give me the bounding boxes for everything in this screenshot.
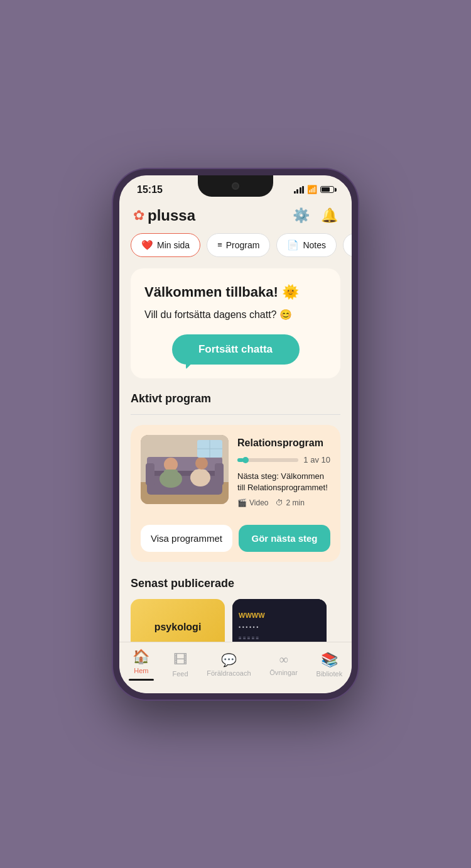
progress-row: 1 av 10 — [237, 455, 330, 464]
logo-text: plussa — [148, 207, 195, 224]
nav-label-bibliotek: Bibliotek — [317, 670, 343, 678]
tab-notes[interactable]: 📄 Notes — [276, 233, 337, 257]
signal-icon — [294, 186, 305, 194]
next-step: Nästa steg: Välkommen till Relationsprog… — [237, 471, 330, 493]
svg-rect-17 — [232, 599, 327, 641]
phone-frame: 15:15 📶 ✿ — [113, 169, 358, 700]
app-header: ✿ plussa ⚙️ 🔔 — [119, 201, 352, 233]
nav-label-hem: Hem — [134, 667, 148, 674]
nav-label-ovningar: Övningar — [269, 669, 298, 676]
nav-item-bibliotek[interactable]: 📚 Bibliotek — [317, 652, 343, 678]
step-duration: ⏱ 2 min — [276, 498, 304, 507]
battery-icon — [320, 186, 334, 193]
svg-point-9 — [164, 458, 178, 471]
latest-section-title: Senast publicerade — [119, 577, 352, 599]
logo: ✿ plussa — [133, 207, 195, 224]
nav-item-feed[interactable]: 🎞 Feed — [173, 652, 188, 678]
video-icon: 🎬 — [237, 498, 247, 507]
view-program-button[interactable]: Visa programmet — [141, 525, 232, 552]
section-divider — [131, 414, 340, 415]
tab-sparade[interactable]: 🔖 Sparade — [343, 233, 352, 257]
clock-icon: ⏱ — [276, 498, 283, 507]
tab-min-sida[interactable]: ❤️ Min sida — [131, 233, 200, 257]
home-icon: 🏠 — [133, 649, 149, 665]
nav-item-hem[interactable]: 🏠 Hem — [129, 649, 154, 681]
step-meta: 🎬 Video ⏱ 2 min — [237, 498, 330, 507]
notes-icon: 📄 — [287, 239, 299, 251]
coach-icon: 💬 — [221, 652, 237, 667]
next-step-button[interactable]: Gör nästa steg — [239, 525, 330, 552]
latest-card-1[interactable]: psykologi — [131, 599, 225, 641]
svg-rect-10 — [164, 470, 178, 481]
svg-point-12 — [195, 457, 208, 470]
exercises-icon: ∞ — [279, 652, 288, 667]
program-card: Relationsprogram 1 av 10 Nästa steg: Väl… — [131, 425, 340, 562]
list-icon: ≡ — [217, 240, 222, 250]
tab-program[interactable]: ≡ Program — [207, 233, 270, 257]
progress-bar — [237, 458, 298, 462]
latest-card-2[interactable]: WWWW • • • • • • ≡ ≡ ≡ ≡ ≡ — [232, 599, 327, 641]
battery-fill — [322, 187, 330, 192]
scroll-content: ✿ plussa ⚙️ 🔔 ❤️ Min sida ≡ Program — [119, 201, 352, 642]
program-card-actions: Visa programmet Gör nästa steg — [131, 517, 340, 562]
program-card-top: Relationsprogram 1 av 10 Nästa steg: Väl… — [131, 425, 340, 517]
tab-program-label: Program — [226, 240, 260, 250]
svg-text:• • • • • •: • • • • • • — [239, 624, 258, 630]
library-icon: 📚 — [321, 652, 338, 668]
program-name: Relationsprogram — [237, 437, 330, 449]
nav-indicator — [129, 679, 154, 681]
svg-rect-6 — [146, 463, 154, 485]
nav-label-feed: Feed — [173, 670, 188, 678]
svg-text:≡ ≡ ≡ ≡ ≡: ≡ ≡ ≡ ≡ ≡ — [239, 635, 259, 641]
feed-icon: 🎞 — [173, 652, 187, 668]
heart-icon: ❤️ — [141, 239, 153, 251]
program-image — [141, 435, 229, 504]
svg-rect-13 — [194, 470, 207, 480]
svg-text:WWWW: WWWW — [239, 612, 265, 619]
program-info: Relationsprogram 1 av 10 Nästa steg: Väl… — [237, 435, 330, 507]
latest-section: psykologi WWWW • • • • • • ≡ ≡ ≡ ≡ ≡ — [119, 599, 352, 641]
notch-camera — [232, 182, 239, 190]
nav-item-foraldracoach[interactable]: 💬 Föräldracoach — [207, 652, 251, 677]
status-bar: 15:15 📶 — [119, 175, 352, 201]
nav-label-foraldracoach: Föräldracoach — [207, 669, 251, 677]
notch — [198, 175, 273, 197]
status-time: 15:15 — [137, 184, 163, 195]
progress-dot — [242, 457, 249, 463]
svg-rect-5 — [147, 457, 222, 471]
header-icons: ⚙️ 🔔 — [293, 207, 338, 224]
tab-min-sida-label: Min sida — [157, 240, 190, 250]
tab-notes-label: Notes — [303, 240, 326, 250]
settings-icon[interactable]: ⚙️ — [293, 207, 310, 224]
active-program-title: Aktivt program — [119, 392, 352, 414]
step-type: 🎬 Video — [237, 498, 268, 507]
nav-item-ovningar[interactable]: ∞ Övningar — [269, 652, 298, 676]
logo-flower-icon: ✿ — [133, 207, 144, 224]
latest-card-1-text: psykologi — [148, 615, 208, 639]
status-icons: 📶 — [294, 185, 335, 194]
welcome-title: Välkommen tillbaka! 🌞 — [144, 283, 327, 302]
latest-cards: psykologi WWWW • • • • • • ≡ ≡ ≡ ≡ ≡ — [131, 599, 340, 641]
svg-rect-7 — [215, 463, 224, 485]
wifi-icon: 📶 — [307, 185, 317, 194]
welcome-card: Välkommen tillbaka! 🌞 Vill du fortsätta … — [131, 268, 340, 379]
progress-text: 1 av 10 — [303, 455, 330, 464]
nav-tabs: ❤️ Min sida ≡ Program 📄 Notes 🔖 Sparade — [119, 233, 352, 268]
bottom-nav: 🏠 Hem 🎞 Feed 💬 Föräldracoach ∞ Övningar … — [119, 642, 352, 693]
notifications-icon[interactable]: 🔔 — [321, 207, 338, 224]
welcome-subtitle: Vill du fortsätta dagens chatt? 😊 — [144, 309, 327, 321]
chat-button[interactable]: Fortsätt chatta — [172, 334, 300, 365]
screen: 15:15 📶 ✿ — [119, 175, 352, 693]
